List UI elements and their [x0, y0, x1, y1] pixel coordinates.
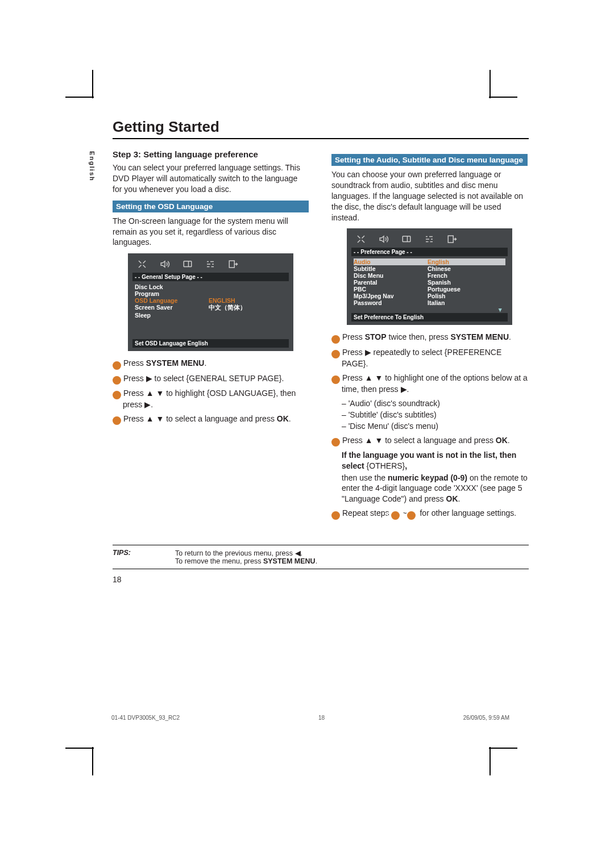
osd-preference-page: - - Preference Page - - AudioEnglish Sub… — [347, 228, 512, 325]
tools-icon — [355, 234, 367, 244]
osd-row: PasswordItalian — [354, 299, 505, 306]
step-num-4: 4 — [113, 416, 121, 425]
scroll-down-icon: ▼ — [497, 306, 503, 313]
right-step3-sub2: – 'Subtitle' (disc's subtitles) — [342, 410, 528, 420]
left-step3: 3Press ▲ ▼ to highlight {OSD LANGUAGE}, … — [113, 388, 309, 410]
osd-row-selected: OSD LanguageENGLISH — [135, 297, 287, 304]
step-num-4-ref: 4 — [407, 511, 416, 520]
right-step4: 4Press ▲ ▼ to select a language and pres… — [331, 435, 528, 446]
osd-row: Screen Saver中文（简体） — [135, 304, 287, 312]
svg-rect-2 — [403, 236, 410, 242]
step3-heading: Step 3: Setting language preference — [113, 149, 309, 159]
osd-row-highlighted: AudioEnglish — [354, 258, 505, 265]
sliders-icon — [423, 234, 435, 244]
tips-label: TIPS: — [113, 549, 152, 565]
osd-rows: AudioEnglish SubtitleChinese Disc MenuFr… — [351, 256, 508, 310]
tips-text: To return to the previous menu, press ◀.… — [175, 549, 317, 565]
right-step3-sub1: – 'Audio' (disc's soundtrack) — [342, 398, 528, 408]
right-note: If the language you want is not in the l… — [331, 450, 528, 471]
left-column: Step 3: Setting language preference You … — [113, 149, 309, 523]
osd-row: Sleep — [135, 312, 287, 319]
footer-meta: 01-41 DVP3005K_93_RC2 18 26/09/05, 9:59 … — [111, 715, 509, 721]
osd-footer: Set Preference To English — [351, 313, 508, 322]
crop-mark — [489, 748, 517, 749]
crop-mark — [489, 97, 517, 98]
step-num-2: 2 — [331, 350, 340, 358]
exit-icon — [446, 234, 458, 244]
svg-rect-1 — [229, 261, 234, 268]
exit-icon — [227, 259, 239, 269]
step-num-4: 4 — [331, 438, 340, 446]
tools-icon — [136, 259, 148, 269]
right-step3: 3Press ▲ ▼ to highlight one of the optio… — [331, 373, 528, 395]
crop-mark — [92, 747, 93, 775]
step-num-1: 1 — [331, 335, 340, 344]
step3-intro: You can select your preferred language s… — [113, 162, 309, 195]
tv-icon — [181, 259, 194, 269]
step-num-1: 1 — [113, 361, 121, 370]
osd-row: PBCPortuguese — [354, 286, 505, 293]
crop-mark — [65, 97, 94, 98]
osd-header: - - General Setup Page - - — [132, 273, 289, 281]
footer-timestamp: 26/09/05, 9:59 AM — [463, 715, 509, 721]
osd-row: Program — [135, 290, 287, 297]
audio-section-bar: Setting the Audio, Subtitle and Disc men… — [331, 154, 528, 166]
osd-footer: Set OSD Language English — [132, 339, 289, 348]
page-title: Getting Started — [113, 118, 529, 139]
right-step3-sub3: – 'Disc Menu' (disc's menu) — [342, 421, 528, 431]
page-number: 18 — [113, 575, 529, 584]
crop-mark — [489, 747, 491, 775]
language-tab: English — [89, 151, 96, 182]
crop-mark — [65, 748, 94, 749]
osd-row: SubtitleChinese — [354, 265, 505, 272]
crop-mark — [92, 70, 93, 98]
osd-row: Disc MenuFrench — [354, 272, 505, 279]
svg-rect-3 — [448, 236, 453, 243]
left-step1: 1Press SYSTEM MENU. — [113, 358, 309, 369]
step-num-3: 3 — [113, 391, 121, 399]
osd-tab-icons — [351, 232, 508, 248]
osd-rows: Disc Lock Program OSD LanguageENGLISH Sc… — [132, 281, 289, 336]
right-step1: 1Press STOP twice then, press SYSTEM MEN… — [331, 332, 528, 343]
osd-section-bar: Setting the OSD Language — [113, 201, 309, 212]
right-step5: 5Repeat steps 3~4 for other language set… — [331, 508, 528, 519]
step-num-3: 3 — [331, 375, 340, 384]
speaker-icon — [159, 259, 171, 269]
step-num-5: 5 — [331, 511, 340, 520]
speaker-icon — [377, 234, 390, 244]
osd-general-setup: - - General Setup Page - - Disc Lock Pro… — [128, 253, 293, 351]
crop-mark — [489, 70, 491, 98]
footer-page: 18 — [318, 715, 325, 721]
right-note2: then use the numeric keypad (0-9) on the… — [331, 473, 528, 505]
osd-tab-icons — [132, 257, 289, 273]
step-num-3-ref: 3 — [391, 511, 400, 520]
audio-intro: You can choose your own preferred langua… — [331, 169, 528, 223]
svg-rect-0 — [184, 261, 192, 267]
sliders-icon — [204, 259, 217, 269]
tv-icon — [400, 234, 413, 244]
right-column: Setting the Audio, Subtitle and Disc men… — [331, 149, 528, 523]
page-content: Getting Started English Step 3: Setting … — [83, 118, 529, 584]
footer-doc: 01-41 DVP3005K_93_RC2 — [111, 715, 180, 721]
osd-intro: The On-screen language for the system me… — [113, 216, 309, 248]
osd-row: Disc Lock — [135, 283, 287, 290]
tips-box: TIPS: To return to the previous menu, pr… — [113, 545, 529, 569]
osd-header: - - Preference Page - - — [351, 248, 508, 256]
left-step4: 4Press ▲ ▼ to select a language and pres… — [113, 414, 309, 425]
osd-row: ParentalSpanish — [354, 279, 505, 286]
step-num-2: 2 — [113, 376, 121, 385]
osd-row: Mp3/Jpeg NavPolish — [354, 293, 505, 299]
right-step2: 2Press ▶ repeatedly to select {PREFERENC… — [331, 347, 528, 369]
left-step2: 2Press ▶ to select {GENERAL SETUP PAGE}. — [113, 373, 309, 385]
